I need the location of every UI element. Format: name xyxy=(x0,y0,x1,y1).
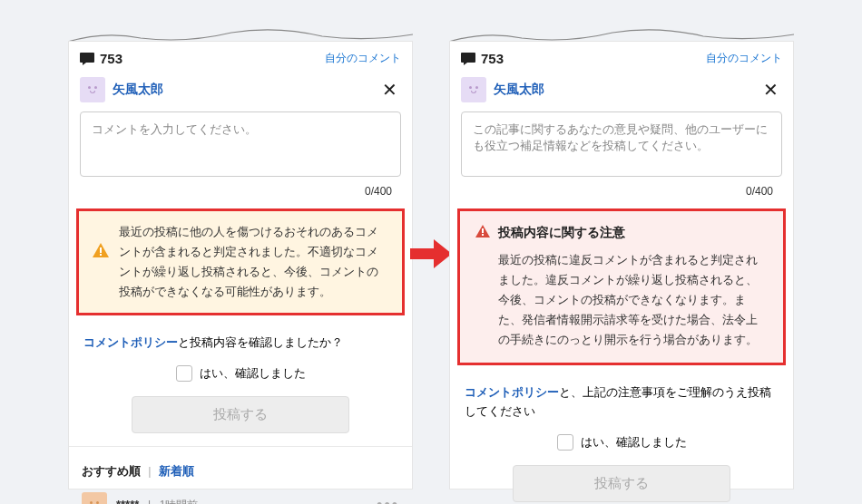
more-icon[interactable]: ••• xyxy=(377,496,399,504)
comment-panel-before: 753 自分のコメント 矢風太郎 ✕ 0/400 最近の投稿に他の人を傷つけるお… xyxy=(68,41,413,489)
warning-title: 投稿内容に関する注意 xyxy=(498,225,625,241)
my-comment-link[interactable]: 自分のコメント xyxy=(706,51,782,66)
policy-link[interactable]: コメントポリシー xyxy=(465,385,559,399)
confirm-row: はい、確認しました xyxy=(69,356,412,391)
warning-triangle-icon xyxy=(92,242,110,261)
submit-button[interactable]: 投稿する xyxy=(513,465,730,502)
warning-triangle-icon xyxy=(475,224,491,241)
username[interactable]: 矢風太郎 xyxy=(113,82,163,98)
username[interactable]: 矢風太郎 xyxy=(494,82,544,98)
warning-body: 最近の投稿に違反コメントが含まれると判定されました。違反コメントが繰り返し投稿さ… xyxy=(475,250,769,350)
commenter-name[interactable]: ***** xyxy=(116,498,139,504)
svg-rect-5 xyxy=(482,234,484,236)
policy-row: コメントポリシーと、上記の注意事項をご理解のうえ投稿してください xyxy=(450,374,793,425)
policy-link[interactable]: コメントポリシー xyxy=(83,335,178,349)
divider xyxy=(69,446,412,447)
policy-suffix: と投稿内容を確認しましたか？ xyxy=(178,335,343,349)
comment-count: 753 xyxy=(461,51,504,66)
confirm-label: はい、確認しました xyxy=(200,365,306,382)
sort-recommended[interactable]: おすすめ順 xyxy=(82,464,141,478)
policy-row: コメントポリシーと投稿内容を確認しましたか？ xyxy=(69,325,412,356)
warning-text: 最近の投稿に他の人を傷つけるおそれのあるコメントが含まれると判定されました。不適… xyxy=(119,222,389,302)
sort-row: おすすめ順|新着順 xyxy=(69,456,412,487)
svg-rect-2 xyxy=(100,254,102,256)
comment-count-value: 753 xyxy=(481,51,504,66)
comment-time: 1時間前 xyxy=(160,499,199,504)
user-row: 矢風太郎 ✕ xyxy=(450,73,793,111)
sort-newest[interactable]: 新着順 xyxy=(159,464,194,478)
comment-count-value: 753 xyxy=(100,51,122,66)
warning-box: 投稿内容に関する注意 最近の投稿に違反コメントが含まれると判定されました。違反コ… xyxy=(460,211,783,363)
confirm-row: はい、確認しました xyxy=(450,425,793,460)
comment-textarea[interactable] xyxy=(80,111,401,177)
avatar xyxy=(80,77,105,102)
confirm-checkbox[interactable] xyxy=(557,434,573,451)
comment-count: 753 xyxy=(80,51,122,66)
header: 753 自分のコメント xyxy=(450,42,793,73)
svg-rect-4 xyxy=(482,228,484,233)
warning-box-highlight: 投稿内容に関する注意 最近の投稿に違反コメントが含まれると判定されました。違反コ… xyxy=(457,208,786,365)
comment-bubble-icon xyxy=(80,53,94,65)
close-button[interactable]: ✕ xyxy=(378,79,401,101)
comment-bubble-icon xyxy=(461,53,475,65)
char-count: 0/400 xyxy=(365,185,392,198)
submit-button[interactable]: 投稿する xyxy=(132,396,349,433)
comment-sep: | xyxy=(148,499,151,504)
svg-rect-3 xyxy=(461,53,475,63)
comment-item: ***** | 1時間前 ••• xyxy=(69,487,412,504)
close-button[interactable]: ✕ xyxy=(759,79,782,101)
transition-arrow-icon xyxy=(410,237,452,270)
warning-box: 最近の投稿に他の人を傷つけるおそれのあるコメントが含まれると判定されました。不適… xyxy=(79,211,402,313)
avatar xyxy=(461,77,486,102)
svg-rect-0 xyxy=(80,53,94,63)
svg-rect-1 xyxy=(100,247,102,253)
confirm-checkbox[interactable] xyxy=(176,365,192,382)
user-row: 矢風太郎 ✕ xyxy=(69,73,412,111)
header: 753 自分のコメント xyxy=(69,42,412,73)
comment-panel-after: 753 自分のコメント 矢風太郎 ✕ 0/400 投稿内容に関する注意 最近の投… xyxy=(449,41,794,489)
confirm-label: はい、確認しました xyxy=(581,434,687,451)
commenter-avatar xyxy=(82,492,107,504)
warning-box-highlight: 最近の投稿に他の人を傷つけるおそれのあるコメントが含まれると判定されました。不適… xyxy=(76,208,405,315)
comment-textarea[interactable] xyxy=(461,111,782,177)
char-count: 0/400 xyxy=(746,185,773,198)
my-comment-link[interactable]: 自分のコメント xyxy=(325,51,401,66)
